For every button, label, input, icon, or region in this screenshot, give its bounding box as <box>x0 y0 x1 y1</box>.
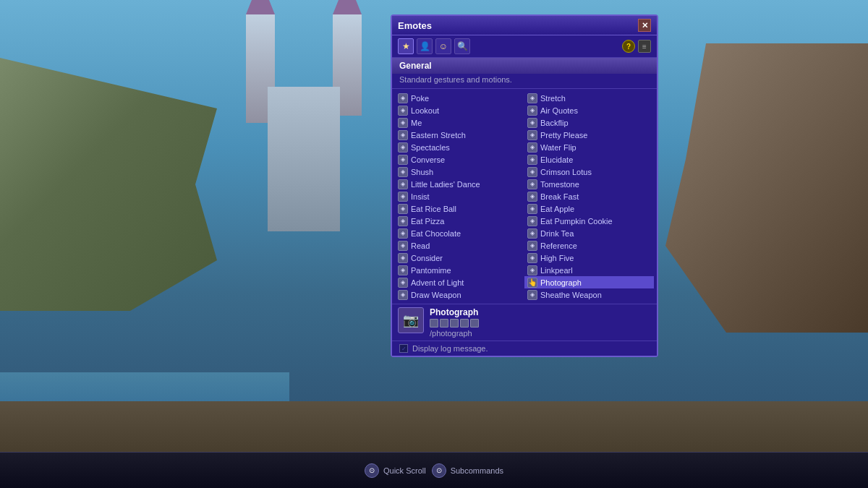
emote-item[interactable]: ◈Spectacles <box>395 141 524 153</box>
emote-item-label: Drink Tea <box>540 229 574 238</box>
emote-item-icon: 👆 <box>527 278 537 288</box>
emote-item[interactable]: ◈Advent of Light <box>395 276 524 288</box>
emote-item[interactable]: ◈Elucidate <box>524 153 654 166</box>
star-tab-icon[interactable]: ★ <box>398 38 414 54</box>
emote-item-label: Air Quotes <box>540 106 578 115</box>
log-message-row: ✓ Display log message. <box>392 341 657 356</box>
emote-item-icon: ◈ <box>398 228 408 239</box>
section-description: Standard gestures and motions. <box>392 74 657 89</box>
emote-item[interactable]: ◈High Five <box>524 252 654 264</box>
emote-item[interactable]: ◈Crimson Lotus <box>524 166 654 178</box>
dialog-title: Emotes <box>398 20 432 31</box>
emote-item-label: Eat Chocolate <box>411 229 461 238</box>
close-button[interactable]: ✕ <box>638 19 651 32</box>
emote-detail-icons-row <box>430 319 651 328</box>
subcommands-btn[interactable]: ⊙ <box>432 463 446 478</box>
emote-item-icon: ◈ <box>527 241 537 251</box>
quick-scroll-label: Quick Scroll <box>383 466 426 475</box>
log-label: Display log message. <box>412 344 488 353</box>
emote-item[interactable]: ◈Pretty Please <box>524 129 654 141</box>
emote-item-icon: ◈ <box>398 118 408 128</box>
emotes-list: ◈Poke◈Lookout◈Me◈Eastern Stretch◈Spectac… <box>392 89 657 304</box>
emote-item[interactable]: ◈Insist <box>395 190 524 202</box>
emote-item[interactable]: ◈Pantomime <box>395 264 524 276</box>
emote-item-label: Linkpearl <box>540 266 573 275</box>
help-button[interactable]: ? <box>622 40 635 53</box>
emote-item-icon: ◈ <box>527 106 537 116</box>
log-checkbox[interactable]: ✓ <box>399 344 408 353</box>
emote-item[interactable]: ◈Little Ladies' Dance <box>395 178 524 190</box>
emote-item-label: Lookout <box>411 106 439 115</box>
emotes-column-left: ◈Poke◈Lookout◈Me◈Eastern Stretch◈Spectac… <box>395 92 524 301</box>
emote-item-icon: ◈ <box>527 179 537 189</box>
emote-item[interactable]: ◈Sheathe Weapon <box>524 288 654 301</box>
emote-item-icon: ◈ <box>527 142 537 153</box>
emote-item[interactable]: ◈Read <box>395 239 524 252</box>
emote-item-icon: ◈ <box>527 253 537 263</box>
detail-icon-4 <box>460 319 469 328</box>
emote-item[interactable]: ◈Eastern Stretch <box>395 129 524 141</box>
emote-item-label: Spectacles <box>411 143 450 152</box>
emote-item-icon: ◈ <box>398 93 408 103</box>
detail-icon-1 <box>430 319 438 328</box>
emote-item-label: Backflip <box>540 119 569 127</box>
castle <box>231 14 376 231</box>
emote-item[interactable]: ◈Consider <box>395 252 524 264</box>
emote-item[interactable]: ◈Air Quotes <box>524 104 654 116</box>
emote-item[interactable]: 👆Photograph <box>524 276 654 288</box>
emote-item-label: Elucidate <box>540 155 573 164</box>
emote-item[interactable]: ◈Reference <box>524 239 654 252</box>
emote-item[interactable]: ◈Lookout <box>395 104 524 116</box>
emote-item-icon: ◈ <box>398 167 408 177</box>
emote-item-label: Draw Weapon <box>411 291 461 299</box>
emote-item[interactable]: ◈Shush <box>395 166 524 178</box>
person-tab-icon[interactable]: 👤 <box>417 38 433 54</box>
emote-item-icon: ◈ <box>398 265 408 275</box>
emote-item-label: Shush <box>411 168 433 176</box>
emote-item[interactable]: ◈Drink Tea <box>524 227 654 239</box>
emote-item[interactable]: ◈Draw Weapon <box>395 288 524 301</box>
search-tab-icon[interactable]: 🔍 <box>454 38 470 54</box>
emote-item-label: High Five <box>540 254 574 262</box>
emote-item[interactable]: ◈Me <box>395 116 524 129</box>
emote-item[interactable]: ◈Break Fast <box>524 190 654 202</box>
emote-item-label: Break Fast <box>540 192 579 201</box>
emote-command: /photograph <box>430 329 651 338</box>
bottom-bar: ⊙ Quick Scroll ⊙ Subcommands <box>0 452 868 488</box>
emote-item[interactable]: ◈Eat Apple <box>524 202 654 215</box>
emote-detail-info: Photograph /photograph <box>430 307 651 338</box>
emote-item[interactable]: ◈Converse <box>395 153 524 166</box>
emote-item[interactable]: ◈Linkpearl <box>524 264 654 276</box>
emote-item-icon: ◈ <box>398 106 408 116</box>
emote-item-icon: ◈ <box>527 118 537 128</box>
emote-item-label: Eat Pizza <box>411 217 444 226</box>
emote-item-icon: ◈ <box>527 93 537 103</box>
emote-item[interactable]: ◈Eat Chocolate <box>395 227 524 239</box>
emote-detail-footer: 📷 Photograph /photograph <box>392 304 657 341</box>
emote-item-label: Crimson Lotus <box>540 168 592 176</box>
dialog-toolbar: ★ 👤 ☺ 🔍 ? ≡ <box>392 35 657 58</box>
emote-item[interactable]: ◈Backflip <box>524 116 654 129</box>
emote-item-label: Tomestone <box>540 180 579 189</box>
subcommands-hint: ⊙ Subcommands <box>432 463 503 478</box>
emote-item[interactable]: ◈Tomestone <box>524 178 654 190</box>
emote-item-icon: ◈ <box>398 253 408 263</box>
face-tab-icon[interactable]: ☺ <box>435 38 451 54</box>
emote-item[interactable]: ◈Poke <box>395 92 524 104</box>
emotes-column-right: ◈Stretch◈Air Quotes◈Backflip◈Pretty Plea… <box>524 92 654 301</box>
quick-scroll-btn[interactable]: ⊙ <box>365 463 379 478</box>
emote-item[interactable]: ◈Eat Rice Ball <box>395 202 524 215</box>
emote-item[interactable]: ◈Eat Pizza <box>395 215 524 227</box>
emote-item[interactable]: ◈Water Flip <box>524 141 654 153</box>
emote-item-label: Pretty Please <box>540 131 587 140</box>
emote-item-label: Reference <box>540 241 577 250</box>
emote-item-label: Little Ladies' Dance <box>411 180 480 189</box>
emote-item-label: Water Flip <box>540 143 576 152</box>
emote-item-label: Read <box>411 241 430 250</box>
emote-item-label: Advent of Light <box>411 278 464 287</box>
settings-button[interactable]: ≡ <box>638 40 651 53</box>
emote-item-icon: ◈ <box>398 204 408 214</box>
emote-item[interactable]: ◈Stretch <box>524 92 654 104</box>
emote-item[interactable]: ◈Eat Pumpkin Cookie <box>524 215 654 227</box>
subcommands-label: Subcommands <box>451 466 503 475</box>
